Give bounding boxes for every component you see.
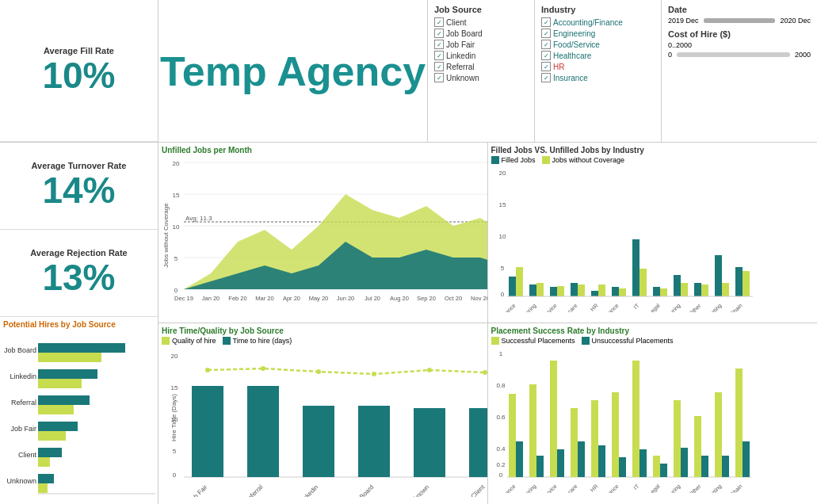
svg-text:Other: Other	[688, 483, 702, 493]
svg-text:Dec 19: Dec 19	[174, 295, 193, 302]
hire-time-legend: Time to hire (days)	[233, 337, 292, 345]
svg-rect-7	[38, 369, 97, 379]
filter-healthcare[interactable]: ✓Healthcare	[541, 51, 655, 60]
svg-rect-62	[516, 267, 523, 296]
svg-rect-84	[743, 271, 750, 296]
svg-text:10: 10	[79, 495, 86, 497]
date-end: 2020 Dec	[780, 17, 811, 25]
svg-text:20: 20	[171, 353, 178, 360]
svg-text:15: 15	[173, 192, 180, 199]
main-title: Temp Agency	[160, 48, 426, 95]
hire-time-chart: 20 15 10 5 0 Hire Time (Days) 8 6 4 2 0 …	[162, 346, 488, 497]
svg-rect-145	[598, 445, 605, 477]
svg-rect-147	[619, 457, 626, 477]
filter-food-service[interactable]: ✓Food/Service	[541, 40, 655, 49]
svg-text:0.2: 0.2	[496, 461, 506, 468]
svg-text:5: 5	[500, 265, 504, 272]
filter-insurance[interactable]: ✓Insurance	[541, 73, 655, 82]
filter-engineering[interactable]: ✓Engineering	[541, 29, 655, 38]
svg-rect-83	[735, 267, 743, 296]
svg-rect-8	[38, 395, 90, 405]
svg-text:Legal: Legal	[647, 483, 661, 493]
avg-turnover-value: 14%	[42, 170, 115, 211]
svg-rect-112	[247, 386, 279, 477]
svg-rect-152	[674, 400, 681, 477]
svg-text:IT: IT	[632, 302, 640, 310]
filter-job-board[interactable]: ✓Job Board	[434, 29, 528, 38]
svg-text:20: 20	[124, 495, 131, 497]
unfilled-jobs-chart: 20 15 10 5 0 Jobs without Coverage Avg	[162, 156, 488, 315]
svg-text:0: 0	[174, 287, 178, 294]
svg-rect-139	[536, 456, 544, 477]
svg-rect-68	[578, 284, 585, 296]
hire-quality-legend: Quality of hire	[172, 337, 216, 345]
svg-text:Sep 20: Sep 20	[417, 295, 436, 302]
svg-rect-16	[38, 457, 50, 467]
svg-rect-70	[598, 284, 605, 296]
svg-text:Insurance: Insurance	[598, 483, 620, 493]
svg-rect-116	[469, 408, 488, 477]
industry-filter: Industry ✓Accounting/Finance ✓Engineerin…	[535, 0, 662, 142]
svg-rect-136	[509, 394, 516, 477]
svg-rect-146	[612, 392, 619, 477]
svg-text:Avg: 11.3: Avg: 11.3	[185, 215, 212, 222]
svg-rect-67	[571, 283, 578, 296]
svg-rect-79	[694, 283, 701, 296]
job-source-filter: Job Source ✓Client ✓Job Board ✓Job Fair …	[428, 0, 535, 142]
svg-text:Client: Client	[18, 451, 37, 459]
svg-text:Job Fair: Job Fair	[10, 425, 36, 433]
svg-text:Healthcare: Healthcare	[555, 303, 578, 312]
placement-panel: Placement Success Rate by Industry Succe…	[488, 323, 818, 504]
svg-text:IT: IT	[632, 483, 640, 491]
filter-unknown[interactable]: ✓Unknown	[434, 73, 528, 82]
filter-hr[interactable]: ✓HR	[541, 62, 655, 71]
svg-rect-10	[38, 448, 62, 457]
cost-filter-title: Cost of Hire ($)	[668, 29, 811, 39]
svg-text:Other: Other	[688, 302, 702, 312]
filter-linkedin[interactable]: ✓Linkedin	[434, 51, 528, 60]
filled-vs-title: Filled Jobs VS. Unfilled Jobs by Industr…	[491, 146, 815, 155]
svg-text:HR: HR	[589, 483, 598, 493]
cost-range-label: 0..2000	[668, 41, 692, 49]
potential-hires-chart: Job Board Linkedin Referral Job Fair Cli…	[3, 330, 155, 497]
filter-client[interactable]: ✓Client	[434, 17, 528, 27]
date-cost-filter: Date 2019 Dec 2020 Dec Cost of Hire ($) …	[662, 0, 817, 142]
svg-text:Engineering: Engineering	[512, 303, 537, 312]
avg-fill-rate-label: Average Fill Rate	[44, 46, 114, 55]
svg-rect-80	[701, 284, 708, 296]
placement-chart: 1 0.8 0.6 0.4 0.2 0	[491, 346, 753, 493]
svg-rect-13	[38, 379, 82, 388]
svg-text:20: 20	[498, 170, 506, 177]
svg-text:Linkedin: Linkedin	[10, 372, 36, 380]
svg-rect-14	[38, 405, 74, 414]
svg-text:Jobs without Coverage: Jobs without Coverage	[162, 203, 170, 268]
avg-fill-rate-block: Average Fill Rate 10%	[0, 0, 158, 142]
svg-text:0.8: 0.8	[496, 382, 506, 389]
potential-hires-panel: Potential Hires by Job Source Job Board …	[0, 317, 158, 504]
svg-rect-15	[38, 431, 66, 441]
industry-title: Industry	[541, 5, 655, 14]
filled-vs-chart: 20 15 10 5 0	[491, 166, 753, 312]
svg-rect-111	[192, 386, 223, 477]
svg-text:Healthcare: Healthcare	[555, 483, 578, 493]
svg-text:1: 1	[498, 350, 502, 357]
date-filter-title: Date	[668, 5, 811, 14]
unfilled-jobs-panel: Unfilled Jobs per Month 20 15 10 5 0 Job…	[158, 143, 488, 323]
filter-job-fair[interactable]: ✓Job Fair	[434, 40, 528, 49]
svg-text:Feb 20: Feb 20	[228, 295, 246, 302]
svg-text:Aug 20: Aug 20	[390, 295, 409, 302]
svg-text:Unknown: Unknown	[6, 477, 36, 485]
svg-rect-114	[358, 406, 390, 477]
svg-rect-61	[509, 277, 516, 296]
filter-accounting[interactable]: ✓Accounting/Finance	[541, 17, 655, 27]
svg-text:Unknown: Unknown	[407, 483, 430, 497]
cost-max: 2000	[795, 51, 811, 59]
svg-rect-151	[660, 464, 667, 477]
date-start: 2019 Dec	[668, 17, 699, 25]
svg-rect-78	[681, 283, 688, 296]
filter-referral[interactable]: ✓Referral	[434, 62, 528, 71]
svg-rect-154	[694, 416, 701, 477]
svg-text:May 20: May 20	[309, 295, 329, 302]
svg-rect-73	[632, 239, 639, 296]
svg-point-118	[261, 366, 265, 371]
